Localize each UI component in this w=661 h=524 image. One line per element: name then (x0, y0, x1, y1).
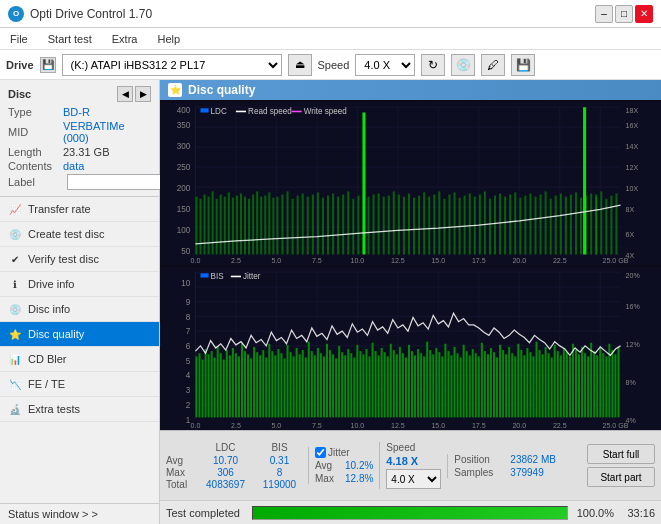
svg-rect-170 (211, 351, 213, 417)
svg-rect-191 (274, 355, 276, 417)
samples-value: 379949 (510, 467, 543, 478)
ldc-bis-stats: LDC BIS Avg 10.70 0.31 Max 306 8 Total 4… (166, 442, 302, 490)
svg-rect-227 (384, 352, 386, 417)
svg-rect-304 (617, 347, 619, 417)
svg-text:17.5: 17.5 (472, 256, 486, 265)
app-title: Opti Drive Control 1.70 (30, 7, 152, 21)
sidebar-item-verify-test-disc[interactable]: ✔ Verify test disc (0, 247, 159, 272)
menu-start-test[interactable]: Start test (44, 32, 96, 46)
menu-extra[interactable]: Extra (108, 32, 142, 46)
status-window-button[interactable]: Status window > > (0, 503, 159, 524)
svg-rect-39 (272, 198, 274, 255)
stats-bar: LDC BIS Avg 10.70 0.31 Max 306 8 Total 4… (160, 430, 661, 500)
svg-rect-289 (572, 344, 574, 418)
svg-rect-31 (240, 193, 242, 254)
sidebar-item-extra-tests[interactable]: 🔬 Extra tests (0, 397, 159, 422)
max-ldc-value: 306 (198, 467, 253, 478)
disc-action-icon1[interactable]: 💿 (451, 54, 475, 76)
total-row: Total 4083697 119000 (166, 479, 302, 490)
progress-label: Test completed (166, 507, 246, 519)
extra-tests-icon: 🔬 (8, 402, 22, 416)
chart1-svg: 50 100 150 200 250 300 350 400 4X 6X 8X … (160, 102, 661, 265)
jitter-checkbox[interactable] (315, 447, 326, 458)
svg-rect-57 (357, 196, 359, 255)
svg-rect-265 (499, 345, 501, 418)
svg-rect-295 (590, 343, 592, 418)
svg-rect-93 (545, 191, 547, 254)
start-full-button[interactable]: Start full (587, 444, 655, 464)
charts-container: 50 100 150 200 250 300 350 400 4X 6X 8X … (160, 100, 661, 430)
svg-rect-91 (534, 197, 536, 255)
svg-rect-25 (216, 199, 218, 255)
save-icon[interactable]: 💾 (511, 54, 535, 76)
svg-text:250: 250 (177, 163, 191, 172)
sidebar-item-disc-quality[interactable]: ⭐ Disc quality (0, 322, 159, 347)
svg-rect-21 (199, 199, 201, 255)
maximize-button[interactable]: □ (615, 5, 633, 23)
sidebar-item-disc-info[interactable]: 💿 Disc info (0, 297, 159, 322)
svg-rect-171 (214, 357, 216, 417)
svg-rect-251 (457, 353, 459, 417)
disc-action-icon2[interactable]: 🖊 (481, 54, 505, 76)
disc-info-label: Disc info (28, 303, 70, 315)
total-label: Total (166, 479, 194, 490)
refresh-icon[interactable]: ↻ (421, 54, 445, 76)
svg-rect-46 (302, 193, 304, 254)
svg-rect-27 (224, 197, 226, 255)
svg-rect-242 (429, 350, 431, 417)
svg-text:16X: 16X (626, 121, 639, 130)
drive-select[interactable]: (K:) ATAPI iHBS312 2 PL17 (62, 54, 282, 76)
close-button[interactable]: ✕ (635, 5, 653, 23)
speed-stats-select[interactable]: 4.0 X (386, 469, 441, 489)
svg-text:200: 200 (177, 184, 191, 193)
svg-text:3: 3 (186, 386, 191, 395)
svg-rect-279 (542, 354, 544, 417)
start-part-button[interactable]: Start part (587, 467, 655, 487)
sidebar-item-create-test-disc[interactable]: 💿 Create test disc (0, 222, 159, 247)
chart1-area: 50 100 150 200 250 300 350 400 4X 6X 8X … (160, 100, 661, 267)
minimize-button[interactable]: – (595, 5, 613, 23)
svg-text:400: 400 (177, 105, 191, 114)
svg-text:10.0: 10.0 (350, 421, 364, 430)
avg-label: Avg (166, 455, 194, 466)
svg-rect-194 (283, 358, 285, 417)
svg-rect-199 (299, 354, 301, 417)
svg-rect-213 (341, 352, 343, 417)
svg-rect-29 (232, 198, 234, 255)
svg-rect-212 (338, 346, 340, 418)
disc-mid-value: VERBATIMe (000) (63, 120, 151, 144)
quality-panel-title: Disc quality (188, 83, 255, 97)
avg-jitter-value: 10.2% (345, 460, 373, 471)
svg-text:7.5: 7.5 (312, 421, 322, 430)
verify-test-disc-label: Verify test disc (28, 253, 99, 265)
sidebar-item-drive-info[interactable]: ℹ Drive info (0, 272, 159, 297)
svg-rect-218 (356, 345, 358, 418)
sidebar-item-fe-te[interactable]: 📉 FE / TE (0, 372, 159, 397)
svg-rect-32 (244, 197, 246, 255)
disc-icon-left[interactable]: ◀ (117, 86, 133, 102)
svg-rect-181 (244, 351, 246, 417)
disc-icon-right[interactable]: ▶ (135, 86, 151, 102)
svg-rect-190 (271, 351, 273, 417)
sidebar-item-cd-bler[interactable]: 📊 CD Bler (0, 347, 159, 372)
svg-rect-231 (396, 354, 398, 417)
svg-rect-106 (600, 191, 602, 254)
menu-file[interactable]: File (6, 32, 32, 46)
speed-select[interactable]: 4.0 X (355, 54, 415, 76)
svg-rect-193 (280, 353, 282, 417)
svg-rect-257 (475, 353, 477, 417)
sidebar-item-transfer-rate[interactable]: 📈 Transfer rate (0, 197, 159, 222)
svg-rect-291 (578, 354, 580, 417)
svg-rect-192 (277, 349, 279, 417)
eject-button[interactable]: ⏏ (288, 54, 312, 76)
disc-info-panel: Disc ◀ ▶ Type BD-R MID VERBATIMe (000) L… (0, 80, 159, 197)
svg-rect-169 (208, 354, 210, 417)
svg-rect-22 (204, 195, 206, 255)
svg-rect-204 (314, 355, 316, 417)
svg-rect-283 (554, 345, 556, 418)
menu-help[interactable]: Help (153, 32, 184, 46)
disc-section-title: Disc (8, 88, 31, 100)
svg-rect-105 (595, 195, 597, 255)
svg-rect-88 (519, 198, 521, 255)
svg-rect-256 (472, 349, 474, 417)
